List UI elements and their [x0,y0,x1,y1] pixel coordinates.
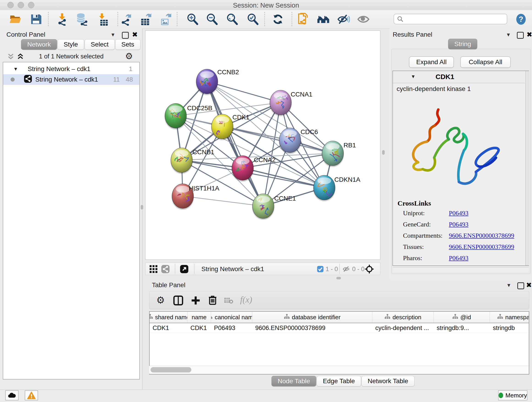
column-header-shared-name[interactable]: shared name [150,312,187,323]
panel-float-icon[interactable] [517,32,524,39]
gene-entry-header[interactable]: ▼ CDK1 [393,71,525,83]
table-cell[interactable]: CDK1 [187,323,211,333]
table-horizontal-scrollbar[interactable] [149,366,528,374]
open-session-icon[interactable] [9,13,22,26]
zoom-in-icon[interactable] [186,13,199,26]
column-header-name[interactable]: name [187,312,211,323]
network-node-CCNB1[interactable] [171,148,193,174]
panel-close-icon[interactable]: ✖ [526,281,532,289]
column-header-description[interactable]: description [372,312,434,323]
network-options-gear-icon[interactable]: ⚙ [125,51,133,61]
search-input[interactable] [404,15,501,23]
refresh-view-icon[interactable] [272,13,284,26]
duplicate-network-icon[interactable] [297,13,309,26]
network-node-CDKN1A[interactable] [313,175,336,201]
crosslink-url[interactable]: 9606.ENSP00000378699 [449,232,514,239]
column-header-canonical-name[interactable]: canonical name [211,312,252,323]
disclosure-triangle-icon[interactable]: ▼ [411,74,416,79]
network-edge[interactable] [183,196,263,206]
expand-all-button[interactable]: Expand All [409,56,454,68]
warning-status-icon[interactable] [25,390,38,400]
results-vertical-scrollbar[interactable] [525,71,529,265]
collapse-all-button[interactable]: Collapse All [460,56,511,68]
memory-button[interactable]: Memory [498,390,527,400]
export-view-icon[interactable] [180,265,189,274]
table-row[interactable]: CDK1CDK1P064939606.ENSP00000378699cyclin… [150,323,529,333]
tab-sets[interactable]: Sets [115,39,140,50]
panel-menu-icon[interactable]: ▼ [506,282,511,288]
save-session-icon[interactable] [30,13,42,26]
tab-network-table[interactable]: Network Table [361,376,414,386]
import-network-database-icon[interactable] [75,13,88,26]
grid-view-icon[interactable] [149,265,158,274]
column-header--id[interactable]: @id [434,312,490,323]
zoom-out-icon[interactable] [206,13,218,26]
network-node-RB1[interactable] [322,141,344,167]
network-node-count: 11 [113,76,120,83]
network-node-CDC25B[interactable] [165,103,187,129]
network-node-CCNB2[interactable] [196,69,218,95]
network-canvas[interactable]: CCNB2CCNA1CDC25BCDK1CDC6RB1CCNB1CCNA2CDK… [145,31,380,260]
table-cell[interactable]: stringdb:9... [434,323,490,333]
network-node-CCNA1[interactable] [269,90,292,116]
results-horizontal-scrollbar[interactable] [393,267,529,273]
panel-menu-icon[interactable]: ▼ [506,32,511,38]
crosslink-url[interactable]: P06493 [449,254,469,262]
export-network-icon[interactable] [120,13,133,26]
disclosure-triangle-icon[interactable]: ▼ [13,66,18,72]
zoom-fit-icon[interactable] [226,13,239,26]
network-row[interactable]: String Network – cdk1 11 48 [3,74,139,85]
table-cell[interactable]: cyclin-dependent ... [372,323,434,333]
zoom-selected-icon[interactable] [246,13,259,26]
selected-checkbox-icon[interactable] [317,266,324,274]
table-cell[interactable]: 9606.ENSP00000378699 [252,323,372,333]
splitter-handle[interactable] [336,277,341,279]
splitter-handle[interactable] [141,205,143,210]
import-network-file-icon[interactable] [56,13,69,26]
tab-edge-table[interactable]: Edge Table [317,376,361,386]
show-hide-columns-icon[interactable] [173,295,183,306]
network-node-CCNA2[interactable] [231,156,254,182]
table-options-gear-icon[interactable]: ⚙ [156,294,165,306]
help-icon[interactable]: ? [515,13,527,26]
crosslink-url[interactable]: P06493 [449,221,469,228]
delete-columns-icon[interactable] [208,295,218,306]
import-table-file-icon[interactable] [96,13,109,26]
export-image-icon[interactable] [159,13,172,26]
tab-string[interactable]: String [448,39,477,49]
search-field[interactable] [394,14,507,24]
memory-label: Memory [505,392,527,399]
panel-close-icon[interactable]: ✖ [526,31,532,38]
splitter-handle[interactable] [382,150,385,155]
create-column-icon[interactable] [191,295,201,306]
panel-float-icon[interactable] [517,282,524,289]
network-edge[interactable] [207,82,280,103]
crosslink-url[interactable]: 9606.ENSP00000378699 [449,243,514,250]
network-share-icon[interactable] [161,265,170,274]
cloud-status-icon[interactable] [5,390,19,400]
table-cell[interactable]: CDK1 [150,323,187,333]
scrollbar-thumb[interactable] [151,367,191,372]
crosslink-url[interactable]: P06493 [449,210,469,217]
table-cell[interactable]: stringdb [490,323,529,333]
birds-eye-view-icon[interactable] [365,264,374,275]
column-header-database-identifier[interactable]: database identifier [252,312,372,323]
show-all-eye-icon[interactable] [357,13,370,26]
network-node-label: CCNA2 [254,156,276,163]
network-node-CDK1[interactable] [211,114,234,140]
tab-style[interactable]: Style [57,39,84,50]
panel-close-icon[interactable]: ✖ [132,31,138,38]
export-table-icon[interactable] [139,13,152,26]
network-node-CDC6[interactable] [279,128,301,154]
tab-network[interactable]: Network [21,39,57,50]
table-cell[interactable]: P06493 [211,323,252,333]
panel-menu-icon[interactable]: ▼ [110,32,115,38]
column-header-namespace[interactable]: namespace [490,312,529,323]
tab-select[interactable]: Select [85,39,115,50]
tab-node-table[interactable]: Node Table [272,376,316,386]
network-collection-row[interactable]: ▼ String Network – cdk1 1 [3,64,139,74]
hide-selected-eye-icon[interactable] [337,13,350,26]
panel-float-icon[interactable] [122,32,129,39]
first-neighbors-icon[interactable] [317,13,330,26]
network-node-CCNE1[interactable] [252,194,274,220]
